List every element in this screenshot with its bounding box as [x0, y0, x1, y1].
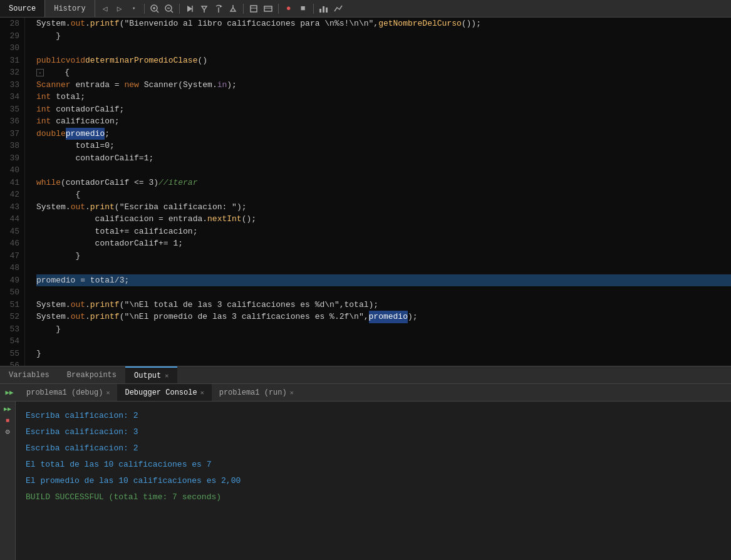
tab-variables[interactable]: Variables	[0, 366, 58, 383]
line-number-42: 42	[5, 189, 19, 201]
run-to-cursor-icon[interactable]	[184, 3, 196, 15]
side-settings-btn[interactable]: ⚙	[3, 427, 13, 437]
editor-area: 2829303132333435363738394041424344454647…	[0, 18, 731, 366]
separator-3	[243, 4, 244, 14]
code-line-49: promedio = total/3;	[36, 274, 731, 287]
debug-icon-2[interactable]	[262, 3, 274, 15]
svg-rect-21	[326, 8, 328, 13]
code-line-56	[36, 360, 731, 366]
run-tab-run-close[interactable]: ✕	[290, 389, 294, 397]
toolbar: Source History ◁ ▷ ▾	[0, 0, 731, 18]
back-icon[interactable]: ◁	[99, 3, 111, 15]
run-tab-debugger-console[interactable]: Debugger Console ✕	[117, 384, 211, 401]
bottom-panel: Variables Breakpoints Output ✕ ▶▶ proble…	[0, 366, 731, 560]
line-number-47: 47	[5, 250, 19, 262]
code-line-50	[36, 286, 731, 299]
code-line-34: int total;	[36, 91, 731, 103]
console-line: El promedio de las 10 calificaciones es …	[26, 473, 721, 489]
line-number-34: 34	[5, 91, 19, 103]
toolbar-icons: ◁ ▷ ▾ ● ■	[95, 3, 731, 15]
side-play-btn[interactable]: ▶▶	[3, 404, 13, 414]
tab-breakpoints-label: Breakpoints	[67, 371, 117, 380]
line-number-50: 50	[5, 286, 19, 299]
zoom-out-icon[interactable]	[163, 3, 175, 15]
svg-rect-15	[251, 6, 257, 12]
line-number-32: 32	[5, 66, 19, 79]
tab-output[interactable]: Output ✕	[125, 366, 177, 383]
side-run-controls: ▶▶ ■ ⚙	[0, 402, 16, 560]
code-line-33: Scanner entrada = new Scanner(System.in)…	[36, 79, 731, 91]
line-number-56: 56	[5, 360, 19, 366]
line-number-41: 41	[5, 177, 19, 189]
run-tab-debugger-console-close[interactable]: ✕	[200, 389, 204, 397]
code-line-46: contadorCalif+= 1;	[36, 237, 731, 250]
code-line-32: - {	[36, 66, 731, 79]
code-line-31: public void determinarPromedioClase()	[36, 54, 731, 67]
line-number-39: 39	[5, 152, 19, 165]
chart-icon-2[interactable]	[332, 3, 345, 15]
forward-icon[interactable]: ▷	[113, 3, 126, 15]
line-number-51: 51	[5, 299, 19, 311]
console-line: Escriba calificacion: 2	[26, 440, 721, 457]
separator-4	[278, 4, 279, 14]
side-stop-btn[interactable]: ■	[3, 415, 13, 425]
line-number-37: 37	[5, 128, 19, 140]
record-icon[interactable]: ●	[283, 3, 295, 15]
code-line-45: total+= calificacion;	[36, 226, 731, 238]
svg-rect-17	[264, 6, 272, 11]
play-btn[interactable]: ▶▶	[4, 387, 15, 398]
svg-rect-19	[319, 9, 321, 13]
debug-icon-1[interactable]	[247, 3, 260, 15]
svg-rect-20	[323, 6, 324, 13]
code-line-48	[36, 262, 731, 274]
line-number-49: 49	[5, 274, 19, 287]
code-line-39: contadorCalif=1;	[36, 152, 731, 165]
svg-marker-13	[231, 8, 236, 11]
tab-source[interactable]: Source	[0, 0, 45, 17]
tab-breakpoints[interactable]: Breakpoints	[58, 366, 125, 383]
fold-indicator[interactable]: -	[36, 69, 44, 76]
run-tab-debug-label: problema1 (debug)	[26, 388, 103, 397]
chart-icon-1[interactable]	[318, 3, 330, 15]
dropdown-icon[interactable]: ▾	[128, 3, 140, 15]
code-line-37: double promedio;	[36, 128, 731, 140]
svg-line-1	[157, 11, 158, 13]
step-over-icon[interactable]	[212, 3, 225, 15]
line-number-31: 31	[5, 54, 19, 67]
code-line-28: System.out.printf("Bienvenido al libro c…	[36, 18, 731, 30]
console-line: Escriba calificacion: 3	[26, 424, 721, 440]
zoom-in-icon[interactable]	[148, 3, 161, 15]
line-number-44: 44	[5, 213, 19, 226]
code-line-35: int contadorCalif;	[36, 103, 731, 116]
run-tab-debug[interactable]: problema1 (debug) ✕	[19, 384, 117, 401]
code-line-54	[36, 335, 731, 348]
code-line-53: }	[36, 323, 731, 336]
run-tabs: ▶▶ problema1 (debug) ✕ Debugger Console …	[0, 384, 731, 402]
code-container: 2829303132333435363738394041424344454647…	[0, 18, 731, 366]
line-number-46: 46	[5, 237, 19, 250]
run-tab-debugger-console-label: Debugger Console	[125, 388, 197, 397]
stop-icon[interactable]: ■	[297, 3, 309, 15]
code-line-52: System.out.printf("\nEl promedio de las …	[36, 311, 731, 323]
gutter-marker	[25, 18, 30, 366]
line-numbers: 2829303132333435363738394041424344454647…	[0, 18, 25, 366]
step-into-icon[interactable]	[198, 3, 210, 15]
code-line-47: }	[36, 250, 731, 262]
svg-line-5	[171, 11, 173, 13]
line-number-35: 35	[5, 103, 19, 116]
tab-history[interactable]: History	[45, 0, 95, 17]
tab-output-label: Output	[134, 371, 161, 380]
code-line-29: }	[36, 30, 731, 43]
line-number-48: 48	[5, 262, 19, 274]
code-content[interactable]: System.out.printf("Bienvenido al libro c…	[30, 18, 731, 366]
console-area: ▶▶ ■ ⚙ Escriba calificacion: 2Escriba ca…	[0, 402, 731, 560]
code-line-44: calificacion = entrada.nextInt();	[36, 213, 731, 226]
line-number-40: 40	[5, 164, 19, 177]
separator-5	[313, 4, 314, 14]
tab-output-close[interactable]: ✕	[165, 372, 168, 380]
step-out-icon[interactable]	[227, 3, 239, 15]
code-line-42: {	[36, 189, 731, 201]
run-tab-run[interactable]: problema1 (run) ✕	[212, 384, 301, 401]
line-number-45: 45	[5, 226, 19, 238]
run-tab-debug-close[interactable]: ✕	[106, 389, 110, 397]
